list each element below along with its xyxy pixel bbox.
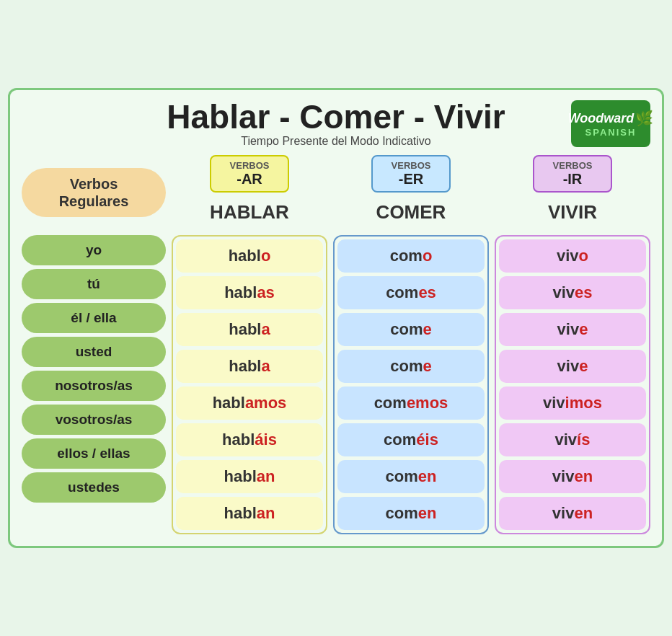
logo-leaf-icon: 🌿 xyxy=(635,110,653,127)
subject-cell: nosotros/as xyxy=(22,371,166,401)
ar-stem: habl xyxy=(224,283,257,301)
ar-cell: habla xyxy=(176,313,323,346)
er-cell: como xyxy=(337,239,485,273)
er-ending: o xyxy=(423,247,432,265)
er-ending: es xyxy=(418,283,436,301)
er-stem: com xyxy=(386,504,418,522)
ir-stem: viv xyxy=(557,357,580,375)
er-cell: come xyxy=(337,313,485,346)
ar-badge: VERBOS -AR xyxy=(210,155,289,193)
ir-ending: ís xyxy=(577,430,590,449)
ar-verb-name: HABLAR xyxy=(204,195,295,229)
ar-ending: áis xyxy=(255,430,277,449)
er-verb-name: COMER xyxy=(371,195,452,229)
er-column: comocomescomecomecomemoscoméiscomencomen xyxy=(333,235,489,534)
ir-stem: viv xyxy=(552,504,575,522)
subject-cell: él / ella xyxy=(22,303,166,333)
ar-column: hablohablashablahablahablamoshabláishabl… xyxy=(172,235,327,534)
ir-badge-type: -IR xyxy=(563,171,583,187)
ir-verb-name: VIVIR xyxy=(542,195,603,229)
ir-ending: e xyxy=(579,320,588,338)
header: Hablar - Comer - Vivir Tiempo Presente d… xyxy=(22,100,650,148)
main-title: Hablar - Comer - Vivir xyxy=(101,100,571,133)
er-stem: com xyxy=(390,320,423,338)
ir-stem: viv xyxy=(552,283,575,301)
logo-spanish: SPANISH xyxy=(585,127,637,138)
ar-stem: habl xyxy=(224,467,257,485)
ir-stem: viv xyxy=(543,394,565,412)
ir-cell: vivís xyxy=(499,423,646,456)
ir-ending: o xyxy=(579,247,588,265)
ir-cell: viven xyxy=(499,460,646,493)
ar-cell: hablan xyxy=(176,497,323,530)
ir-cell: vives xyxy=(499,276,646,309)
ar-stem: habl xyxy=(222,430,255,449)
subject-cell: vosotros/as xyxy=(22,405,166,435)
ar-ending: an xyxy=(257,504,275,522)
ir-cell: vive xyxy=(499,313,646,346)
er-cell: comen xyxy=(337,460,485,493)
er-stem: com xyxy=(390,357,423,375)
logo-woodward: Woodward xyxy=(568,112,635,125)
er-stem: com xyxy=(386,283,418,301)
ar-cell: hablo xyxy=(176,239,323,273)
ir-header: VERBOS -IR VIVIR xyxy=(495,155,650,229)
ar-ending: as xyxy=(257,283,274,301)
ir-ending: e xyxy=(579,357,588,375)
ar-cell: habla xyxy=(176,350,323,383)
subject-column: yotúél / ellaustednosotros/asvosotros/as… xyxy=(22,235,166,534)
ir-column: vivovivesvivevivevivimosvivísvivenviven xyxy=(495,235,650,534)
er-ending: en xyxy=(418,467,437,485)
ir-cell: vivimos xyxy=(499,387,646,420)
ir-cell: viven xyxy=(499,497,646,530)
ar-cell: hablan xyxy=(176,460,323,493)
logo-box: Woodward 🌿 SPANISH xyxy=(571,100,650,147)
ar-stem: habl xyxy=(229,247,261,265)
content-area: yotúél / ellaustednosotros/asvosotros/as… xyxy=(22,235,650,534)
ir-stem: viv xyxy=(557,320,580,338)
ar-cell: hablas xyxy=(176,276,323,309)
er-cell: come xyxy=(337,350,485,383)
ar-cell: habláis xyxy=(176,423,323,456)
ir-ending: es xyxy=(575,283,592,301)
er-badge: VERBOS -ER xyxy=(371,155,451,193)
er-badge-type: -ER xyxy=(399,171,423,187)
er-cell: comes xyxy=(337,276,485,309)
er-stem: com xyxy=(390,247,423,265)
ar-ending: amos xyxy=(245,394,286,412)
subject-cell: usted xyxy=(22,337,166,367)
er-ending: éis xyxy=(416,430,438,449)
ir-badge: VERBOS -IR xyxy=(533,155,612,193)
ir-badge-label: VERBOS xyxy=(553,160,593,171)
ar-header: VERBOS -AR HABLAR xyxy=(172,155,327,229)
ir-cell: vivo xyxy=(499,239,646,273)
er-stem: com xyxy=(384,430,416,449)
ar-stem: habl xyxy=(213,394,245,412)
er-cell: comemos xyxy=(337,387,485,420)
ir-ending: en xyxy=(574,467,593,485)
ir-ending: en xyxy=(574,504,593,522)
ar-stem: habl xyxy=(224,504,257,522)
ir-stem: viv xyxy=(555,430,578,449)
ir-cell: vive xyxy=(499,350,646,383)
er-cell: coméis xyxy=(337,423,485,456)
er-badge-label: VERBOS xyxy=(392,160,431,171)
subject-cell: ustedes xyxy=(22,472,166,503)
header-text: Hablar - Comer - Vivir Tiempo Presente d… xyxy=(101,100,571,148)
ir-ending: imos xyxy=(565,394,602,412)
verbos-regulares-label: VerbosRegulares xyxy=(22,168,166,217)
subject-cell: tú xyxy=(22,269,166,299)
ar-cell: hablamos xyxy=(176,387,323,420)
er-ending: e xyxy=(423,320,432,338)
er-ending: emos xyxy=(407,394,448,412)
ar-ending: o xyxy=(261,247,270,265)
subject-cell: ellos / ellas xyxy=(22,438,166,469)
ar-badge-label: VERBOS xyxy=(230,160,270,171)
er-stem: com xyxy=(374,394,407,412)
er-cell: comen xyxy=(337,497,485,530)
ir-stem: viv xyxy=(552,467,575,485)
er-ending: en xyxy=(418,504,437,522)
subject-cell: yo xyxy=(22,235,166,265)
ar-ending: a xyxy=(261,357,270,375)
er-header: VERBOS -ER COMER xyxy=(333,155,489,229)
